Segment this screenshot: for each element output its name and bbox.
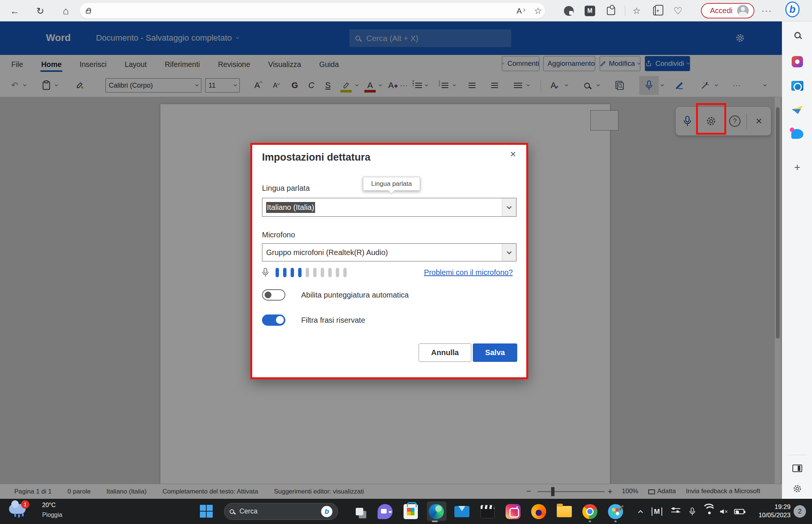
microphone-select-chevron [502, 244, 516, 261]
taskbar: 1 20°C Pioggia Cerca b M × [0, 499, 812, 524]
edge-icon[interactable] [428, 503, 445, 520]
dialog-close-icon[interactable]: × [507, 148, 519, 161]
auto-punctuation-label: Abilita punteggiatura automatica [301, 291, 409, 299]
tray-wifi-icon[interactable] [703, 506, 716, 518]
language-selected-value: Italiano (Italia) [266, 202, 315, 213]
sidebar-outlook-icon[interactable] [782, 81, 812, 91]
weather-desc[interactable]: Pioggia [42, 512, 62, 518]
extensions-puzzle-icon[interactable] [604, 4, 618, 18]
taskbar-search[interactable]: Cerca b [224, 503, 338, 520]
paint-running-indicator [614, 521, 617, 522]
task-view-icon[interactable] [351, 503, 368, 520]
m-extension-icon[interactable]: M [583, 4, 597, 18]
taskbar-bing-icon: b [321, 506, 332, 517]
sidebar-settings-gear-icon[interactable] [782, 483, 812, 494]
screen: ← ↻ ⌂ A ☆ M ☆ ♡ Accedi ··· b Word Docume… [0, 0, 812, 524]
extension-icon[interactable] [562, 4, 576, 18]
language-select-chevron [502, 198, 516, 216]
language-select[interactable]: Italiano (Italia) [262, 198, 516, 217]
back-icon[interactable]: ← [8, 4, 22, 18]
auto-punctuation-toggle[interactable] [262, 289, 285, 301]
read-aloud-icon[interactable]: A [513, 4, 528, 18]
clock-time: 19:29 [748, 503, 791, 511]
taskbar-search-icon [230, 509, 234, 514]
filter-sensitive-label: Filtra frasi riservate [301, 316, 365, 325]
microphone-label: Microfono [262, 231, 295, 239]
mail-icon[interactable] [453, 503, 471, 520]
tray-sliders-icon[interactable] [669, 506, 682, 518]
tray-m-app-icon[interactable]: M [651, 506, 663, 518]
sidebar-search-icon[interactable] [782, 32, 812, 38]
tray-volume-muted-icon[interactable]: × [718, 506, 730, 518]
microphone-problems-link[interactable]: Problemi con il microfono? [424, 268, 513, 277]
microphone-select[interactable]: Gruppo microfoni (Realtek(R) Audio) [262, 243, 516, 261]
taskbar-search-placeholder: Cerca [239, 507, 257, 515]
movies-tv-icon[interactable] [479, 503, 496, 520]
browser-menu-icon[interactable]: ··· [760, 4, 774, 18]
notification-badge[interactable]: 2 [794, 505, 806, 518]
chat-icon[interactable] [376, 503, 394, 520]
sign-in-button[interactable]: Accedi [701, 3, 754, 18]
tray-microphone-icon[interactable] [686, 506, 699, 518]
microphone-selected-value: Gruppo microfoni (Realtek(R) Audio) [266, 248, 388, 257]
edge-sidebar: + [782, 21, 812, 499]
tray-battery-icon[interactable] [733, 506, 745, 518]
paint-icon[interactable] [607, 503, 624, 520]
sidebar-twitter-icon[interactable] [782, 129, 812, 139]
mic-level-meter [276, 268, 351, 279]
firefox-icon[interactable] [530, 503, 547, 520]
browser-toolbar: ← ↻ ⌂ A ☆ M ☆ ♡ Accedi ··· b [0, 0, 812, 21]
sign-in-label: Accedi [710, 6, 733, 15]
sidebar-microsoft365-icon[interactable] [782, 56, 812, 67]
chrome-running-indicator [589, 521, 591, 522]
favorites-icon[interactable]: ☆ [629, 4, 644, 18]
tray-clock[interactable]: 19:29 10/05/2023 [748, 503, 791, 519]
language-label: Lingua parlata [262, 184, 310, 193]
lock-icon [86, 10, 91, 14]
avatar [737, 5, 749, 17]
sidebar-panel-icon[interactable] [782, 465, 812, 472]
cancel-button[interactable]: Annulla [419, 343, 471, 362]
save-button[interactable]: Salva [473, 343, 517, 362]
filter-sensitive-toggle[interactable] [262, 314, 285, 326]
weather-temp[interactable]: 20°C [42, 502, 56, 509]
instagram-icon[interactable] [504, 503, 522, 520]
dialog-title: Impostazioni dettatura [262, 152, 370, 163]
chrome-icon[interactable] [581, 503, 599, 520]
sidebar-add-icon[interactable]: + [782, 161, 812, 173]
clock-date: 10/05/2023 [748, 511, 791, 519]
mic-level-icon [261, 267, 270, 279]
collections-icon[interactable] [650, 4, 664, 18]
address-bar[interactable] [80, 3, 545, 18]
microsoft-store-icon[interactable] [402, 503, 419, 520]
annotation-gear-highlight [696, 103, 726, 135]
sidebar-divider [788, 455, 807, 455]
refresh-icon[interactable]: ↻ [33, 4, 47, 18]
sidebar-designer-icon[interactable] [782, 106, 812, 114]
weather-badge: 1 [21, 500, 29, 509]
edge-running-indicator [432, 521, 438, 522]
toolbar-divider [625, 5, 625, 16]
bing-copilot-icon[interactable]: b [785, 2, 800, 17]
start-button[interactable] [200, 505, 213, 518]
tray-chevron-up-icon[interactable] [634, 506, 647, 518]
language-tooltip: Lingua parlata [363, 177, 420, 191]
add-favorite-icon[interactable]: ☆ [531, 4, 545, 18]
file-explorer-icon[interactable] [556, 503, 573, 520]
home-icon[interactable]: ⌂ [59, 4, 73, 18]
browser-essentials-icon[interactable]: ♡ [671, 4, 685, 18]
